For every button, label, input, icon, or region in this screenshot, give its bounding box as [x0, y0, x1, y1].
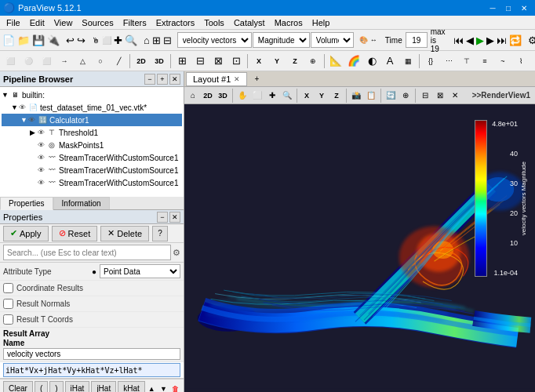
tree-item-file[interactable]: ▼ 👁 📄 test_dataset_time_01_vec.vtk*: [2, 101, 182, 114]
tb-view1[interactable]: ⊞: [173, 53, 191, 70]
tb-isosurf[interactable]: ≡: [476, 53, 493, 70]
tb-new[interactable]: 📄: [2, 31, 16, 49]
properties-search[interactable]: [3, 245, 171, 260]
tb-interact[interactable]: 🖱: [91, 31, 100, 49]
tb-warp[interactable]: ⌇: [512, 53, 530, 70]
tb-box[interactable]: ⬜: [2, 53, 19, 70]
layout-tab[interactable]: Layout #1 ✕: [186, 72, 247, 86]
tb-annotation[interactable]: A: [381, 53, 399, 70]
menu-sources[interactable]: Sources: [77, 16, 118, 29]
tb-arrow[interactable]: →: [56, 53, 73, 70]
apply-button[interactable]: ✔ Apply: [3, 226, 49, 241]
ihat-button[interactable]: iHat: [65, 381, 90, 393]
tb-open[interactable]: 📁: [16, 31, 31, 49]
pipeline-close-btn[interactable]: ✕: [169, 74, 180, 85]
menu-catalyst[interactable]: Catalyst: [229, 16, 270, 29]
gear-icon[interactable]: ⚙: [173, 248, 180, 258]
tb-first-frame[interactable]: ⏮: [453, 31, 464, 49]
help-button[interactable]: ?: [152, 226, 168, 241]
result-t-checkbox[interactable]: [3, 314, 13, 325]
tb-reset-cam[interactable]: ⌂: [143, 31, 151, 49]
tb-play[interactable]: ▶: [475, 31, 485, 49]
layout-tab-close[interactable]: ✕: [234, 75, 240, 83]
tab-properties[interactable]: Properties: [0, 197, 53, 210]
khat-button[interactable]: kHat: [118, 381, 145, 393]
result-array-input[interactable]: [3, 348, 180, 360]
tb-last-frame[interactable]: ⏭: [496, 31, 508, 49]
tree-item-stream1[interactable]: 👁 〰 StreamTracerWithCustomSource1: [2, 151, 182, 164]
add-layout-btn[interactable]: +: [248, 71, 265, 88]
render-select[interactable]: ⬜: [250, 89, 264, 103]
clear-btn-icon[interactable]: 🗑: [170, 380, 180, 393]
tb-opacity[interactable]: ◐: [363, 53, 380, 70]
pipeline-plus-btn[interactable]: +: [157, 74, 168, 85]
close-paren-button[interactable]: ): [49, 381, 63, 393]
menu-file[interactable]: File: [2, 16, 25, 29]
menu-filters[interactable]: Filters: [118, 16, 151, 29]
close-button[interactable]: ✕: [516, 0, 532, 16]
tb-cone[interactable]: △: [74, 53, 91, 70]
maximize-button[interactable]: □: [500, 0, 516, 16]
tree-item-threshold[interactable]: ▶ 👁 ⊤ Threshold1: [2, 126, 182, 139]
render-2d[interactable]: 2D: [201, 89, 215, 103]
tb-zoom-box[interactable]: 🔍: [124, 31, 138, 49]
tb-y-axis[interactable]: Y: [268, 53, 286, 70]
tb-threshold[interactable]: ⊤: [458, 53, 475, 70]
tb-scalar-bar[interactable]: ▦: [399, 53, 417, 70]
tb-colormap[interactable]: 🌈: [345, 53, 362, 70]
result-normals-checkbox[interactable]: [3, 299, 13, 309]
tb-line[interactable]: ╱: [110, 53, 127, 70]
render-z[interactable]: Z: [329, 89, 344, 103]
tb-disk[interactable]: ○: [92, 53, 109, 70]
tree-item-mask[interactable]: 👁 ◎ MaskPoints1: [2, 139, 182, 151]
render-y[interactable]: Y: [315, 89, 329, 103]
tb-undo[interactable]: ↩: [65, 31, 75, 49]
render-split-v[interactable]: ⊠: [433, 89, 447, 103]
delete-button[interactable]: ✕ Delete: [100, 226, 149, 241]
render-viewport[interactable]: 4.8e+01 40 30 20 10 1.1e-04 velocity vec…: [184, 104, 535, 392]
tb-pick[interactable]: ✚: [113, 31, 123, 49]
tb-settings[interactable]: ⚙: [527, 31, 535, 49]
properties-minus[interactable]: −: [157, 212, 168, 223]
render-cam-reset[interactable]: ⌂: [186, 89, 200, 103]
tree-item-stream3[interactable]: 👁 〰 StreamTracerWithCustomSource1: [2, 176, 182, 189]
tb-view2[interactable]: ⊟: [191, 53, 209, 70]
render-axes[interactable]: ⊕: [399, 89, 413, 103]
tb-view4[interactable]: ⊡: [227, 53, 245, 70]
menu-view[interactable]: View: [49, 16, 78, 29]
tb-x-axis[interactable]: X: [250, 53, 268, 70]
tb-zoom-to-data[interactable]: ⊞: [151, 31, 162, 49]
open-paren-button[interactable]: (: [35, 381, 48, 393]
menu-macros[interactable]: Macros: [270, 16, 308, 29]
representation-select[interactable]: velocity vectors: [177, 32, 252, 48]
tb-view3[interactable]: ⊠: [209, 53, 227, 70]
volume-select[interactable]: Volume: [311, 32, 354, 48]
minimize-button[interactable]: ─: [485, 0, 500, 16]
formula-input[interactable]: [3, 363, 180, 377]
render-close-view[interactable]: ✕: [448, 89, 462, 103]
scroll-down-btn[interactable]: ▼: [158, 380, 169, 393]
render-zoom[interactable]: 🔍: [280, 89, 294, 103]
tree-item-builtin[interactable]: ▼ 🖥 builtin:: [2, 89, 182, 101]
menu-help[interactable]: Help: [308, 16, 335, 29]
tb-redo[interactable]: ↪: [76, 31, 86, 49]
properties-x[interactable]: ✕: [169, 212, 180, 223]
render-3d[interactable]: 3D: [216, 89, 230, 103]
render-interact[interactable]: ✋: [235, 89, 249, 103]
coordinate-results-checkbox[interactable]: [3, 283, 13, 293]
menu-edit[interactable]: Edit: [25, 16, 49, 29]
render-pick[interactable]: ✚: [265, 89, 279, 103]
tb-z-axis[interactable]: Z: [286, 53, 304, 70]
tb-select[interactable]: ⬜: [101, 31, 112, 49]
clear-button[interactable]: Clear: [3, 381, 33, 393]
tb-cylinder[interactable]: ⬜: [38, 53, 55, 70]
tb-measure[interactable]: 📐: [327, 53, 344, 70]
tb-3d[interactable]: 3D: [151, 53, 168, 70]
tb-stream[interactable]: ~: [494, 53, 511, 70]
tb-connect[interactable]: 🔌: [46, 31, 60, 49]
tb-prev-frame[interactable]: ◀: [465, 31, 475, 49]
color-select[interactable]: Magnitude: [253, 32, 310, 48]
tree-item-calc[interactable]: ▼ 👁 🔢 Calculator1: [2, 114, 182, 126]
jhat-button[interactable]: jHat: [91, 381, 116, 393]
menu-extractors[interactable]: Extractors: [151, 16, 200, 29]
